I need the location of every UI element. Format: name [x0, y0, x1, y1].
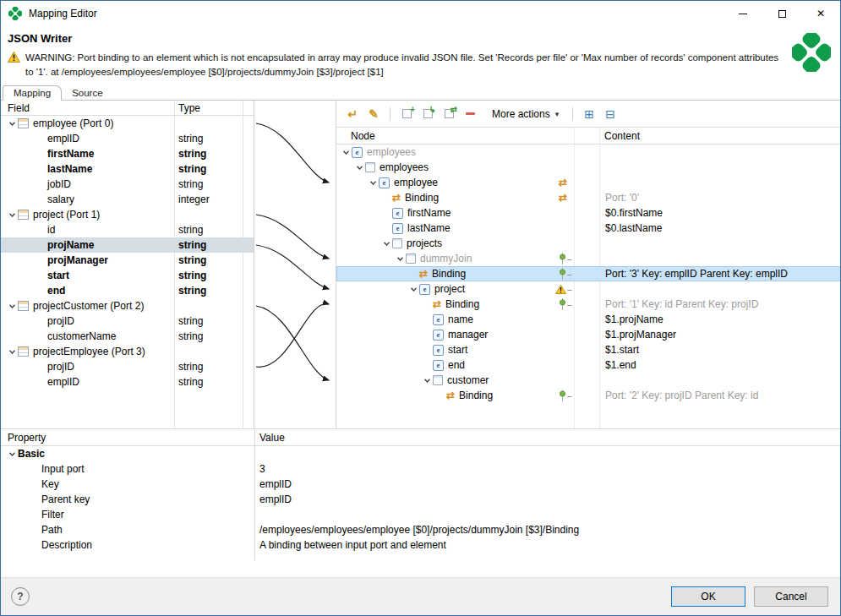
- field-label: projID: [47, 361, 74, 373]
- mapping-arrows: [254, 101, 336, 428]
- tree-row[interactable]: eemployees: [336, 144, 841, 160]
- status-gutter: [574, 327, 599, 342]
- tree-row[interactable]: eend$1.end: [336, 357, 841, 373]
- minimize-button[interactable]: [724, 1, 762, 26]
- mapping-editor-window: Mapping Editor ✕ JSON Writer WARNING: Po…: [0, 0, 841, 616]
- tree-row[interactable]: efirstName$0.firstName: [336, 205, 841, 221]
- field-row[interactable]: emplIDstring: [1, 374, 254, 390]
- tab-mapping[interactable]: Mapping: [3, 85, 62, 101]
- mapping-arrow: [256, 215, 329, 259]
- field-group-row[interactable]: projectEmployee (Port 3): [1, 344, 254, 359]
- add-sibling-element-button[interactable]: ↳: [418, 106, 437, 123]
- container-icon: [406, 253, 416, 264]
- field-row[interactable]: projIDstring: [1, 313, 254, 329]
- property-row[interactable]: Parent keyemplID: [1, 492, 841, 507]
- tree-row[interactable]: eproject--: [336, 281, 841, 297]
- remove-button[interactable]: [461, 106, 479, 123]
- field-type: string: [174, 163, 206, 175]
- tab-source[interactable]: Source: [62, 86, 112, 100]
- expander-icon[interactable]: [6, 450, 18, 458]
- maximize-button[interactable]: [762, 1, 801, 26]
- expander-icon[interactable]: [6, 348, 18, 356]
- expander-icon[interactable]: [407, 286, 419, 293]
- tree-row[interactable]: projects: [336, 236, 841, 251]
- field-row[interactable]: customerNamestring: [1, 329, 254, 344]
- property-group-row[interactable]: Basic: [1, 446, 841, 461]
- tree-row[interactable]: eemployee⇄: [336, 175, 841, 190]
- binding-icon: ⇄: [392, 193, 401, 203]
- value-column-header: Value: [259, 432, 285, 444]
- content-column-header: Content: [604, 130, 640, 142]
- property-label: Parent key: [41, 493, 90, 505]
- property-row[interactable]: KeyemplID: [1, 477, 841, 492]
- tree-row[interactable]: ⇄Binding--Port: '3' Key: emplID Parent K…: [336, 266, 841, 281]
- tree-row[interactable]: customer: [336, 373, 841, 388]
- field-row[interactable]: projIDstring: [1, 359, 254, 374]
- status-gutter: [574, 251, 599, 266]
- property-value: /employees/employees/employee [$0]/proje…: [254, 524, 579, 536]
- field-row[interactable]: projNamestring: [1, 237, 254, 253]
- expander-icon[interactable]: [367, 179, 379, 187]
- property-row[interactable]: Path/employees/employees/employee [$0]/p…: [1, 522, 841, 537]
- field-row[interactable]: jobIDstring: [1, 177, 254, 192]
- property-label: Basic: [18, 448, 45, 460]
- field-group-row[interactable]: employee (Port 0): [1, 116, 254, 131]
- cancel-button[interactable]: Cancel: [754, 586, 828, 607]
- field-row[interactable]: emplIDstring: [1, 131, 254, 146]
- add-child-element-button[interactable]: +: [397, 106, 416, 123]
- field-label: id: [47, 224, 55, 236]
- tree-row[interactable]: emanager$1.projManager: [336, 327, 841, 342]
- warning-icon: [8, 52, 20, 63]
- status-gutter: [574, 281, 599, 297]
- map-wizard-button[interactable]: ↵: [343, 106, 362, 123]
- expander-icon[interactable]: [380, 240, 392, 248]
- help-button[interactable]: ?: [11, 587, 30, 606]
- node-label: projects: [407, 237, 442, 249]
- field-row[interactable]: endstring: [1, 283, 254, 298]
- field-row[interactable]: idstring: [1, 222, 254, 237]
- expander-icon[interactable]: [6, 303, 18, 310]
- tree-row[interactable]: elastName$0.lastName: [336, 221, 841, 236]
- edit-mapping-button[interactable]: ✎: [364, 106, 383, 123]
- tree-row[interactable]: ⇄Binding--Port: '2' Key: projID Parent K…: [336, 388, 841, 403]
- element-icon: e: [392, 223, 403, 234]
- tree-row[interactable]: dummyJoin--: [336, 251, 841, 266]
- expand-all-button[interactable]: ⊞: [580, 106, 598, 123]
- tree-row[interactable]: ename$1.projName: [336, 312, 841, 327]
- expander-icon[interactable]: [353, 164, 365, 172]
- field-row[interactable]: firstNamestring: [1, 146, 254, 161]
- tree-row[interactable]: ⇄Binding--Port: '1' Key: id Parent Key: …: [336, 297, 841, 312]
- plus-badge-icon: +: [410, 106, 415, 114]
- tree-row[interactable]: estart$1.start: [336, 342, 841, 357]
- collapse-all-button[interactable]: ⊟: [601, 106, 620, 123]
- property-row[interactable]: Filter: [1, 507, 841, 522]
- expander-icon[interactable]: [6, 120, 18, 128]
- record-icon: [18, 210, 29, 220]
- property-row[interactable]: DescriptionA binding between input port …: [1, 537, 841, 553]
- field-row[interactable]: lastNamestring: [1, 161, 254, 177]
- property-label: Key: [41, 478, 59, 490]
- field-row[interactable]: salaryinteger: [1, 192, 254, 207]
- add-binding-button[interactable]: ⇄: [440, 106, 458, 123]
- status-gutter: [574, 297, 599, 312]
- field-group-row[interactable]: projectCustomer (Port 2): [1, 298, 254, 313]
- mapping-main-area: Field Type employee (Port 0)emplIDstring…: [1, 101, 841, 428]
- field-label: jobID: [47, 178, 71, 190]
- more-actions-button[interactable]: More actions ▾: [485, 106, 565, 122]
- node-label: project: [434, 283, 465, 295]
- field-type: string: [174, 315, 203, 327]
- property-row[interactable]: Input port3: [1, 461, 841, 477]
- collapse-all-icon: ⊟: [605, 108, 615, 120]
- tree-row[interactable]: employees: [336, 160, 841, 175]
- expander-icon[interactable]: [340, 149, 352, 156]
- tree-row[interactable]: ⇄Binding⇄Port: '0': [336, 190, 841, 205]
- field-row[interactable]: startstring: [1, 268, 254, 283]
- ok-button[interactable]: OK: [671, 586, 745, 607]
- expander-icon[interactable]: [6, 211, 18, 219]
- expander-icon[interactable]: [421, 377, 433, 384]
- field-group-row[interactable]: project (Port 1): [1, 207, 254, 222]
- close-button[interactable]: ✕: [801, 1, 840, 26]
- field-label: projID: [47, 315, 74, 327]
- field-row[interactable]: projManagerstring: [1, 253, 254, 268]
- expander-icon[interactable]: [394, 255, 406, 263]
